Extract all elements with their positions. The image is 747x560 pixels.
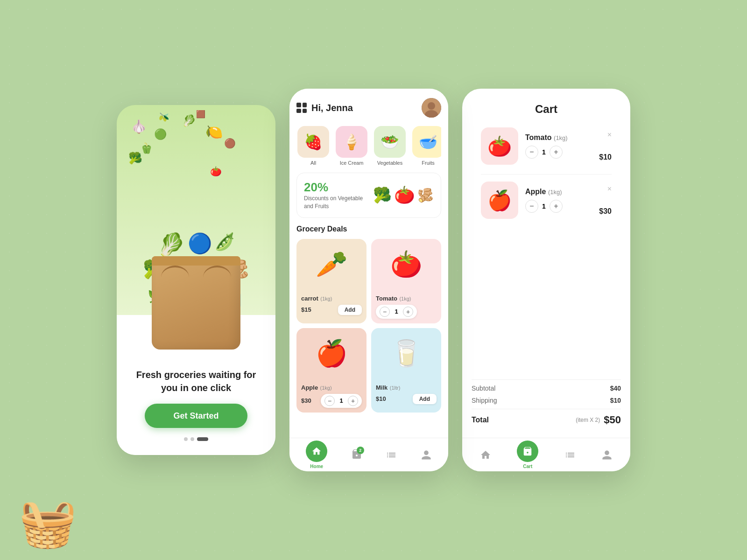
cart-apple-info: Apple (1kg) − 1 + — [525, 188, 592, 213]
cart-tomato-price: $10 — [599, 153, 612, 161]
header-left: Hi, Jenna — [296, 103, 353, 113]
milk-emoji: 🥛 — [390, 338, 423, 369]
profile-nav-icon — [421, 449, 432, 461]
cart-nav-home[interactable] — [480, 449, 491, 461]
total-right: (item X 2) $50 — [576, 414, 621, 426]
cart-item-apple: 🍎 Apple (1kg) − 1 + × $30 — [481, 182, 612, 219]
cart-apple-close[interactable]: × — [607, 185, 612, 193]
dot-1 — [184, 437, 188, 441]
total-value: $50 — [604, 414, 621, 426]
cart-apple-weight: (1kg) — [548, 189, 562, 196]
promo-text: 20% Discounts on Vegetable and Fruits — [304, 180, 365, 210]
category-icecream[interactable]: 🍦 Ice Cream — [335, 126, 368, 166]
screen-welcome: 🧄 🟢 🥬 🍋 🟤 🫒 🫑 🥦 🍅 🟫 🥬 🔵 — [117, 105, 275, 455]
promo-veg-3: 🫚 — [417, 188, 434, 203]
cart-nav-label: Cart — [523, 464, 532, 469]
carrot-name: carrot (1kg) — [301, 294, 362, 302]
promo-percent: 20% — [304, 180, 365, 195]
nav-home[interactable]: Home — [306, 441, 327, 469]
total-label: Total — [472, 416, 489, 424]
apple-image: 🍎 — [296, 328, 366, 379]
screen-cart: Cart 🍅 Tomato (1kg) − 1 + — [462, 89, 630, 471]
grid-cell-4 — [303, 109, 307, 113]
pagination-dots — [184, 437, 208, 441]
cart-apple-price: $30 — [599, 207, 612, 216]
milk-add-button[interactable]: Add — [413, 394, 437, 404]
carrot-add-button[interactable]: Add — [338, 305, 362, 315]
promo-banner[interactable]: 20% Discounts on Vegetable and Fruits 🥦 … — [296, 173, 441, 218]
cart-apple-emoji: 🍎 — [487, 189, 512, 212]
category-icecream-label: Ice Cream — [340, 160, 364, 166]
cart-nav-cart[interactable]: Cart — [517, 441, 538, 469]
tomato-decrease-button[interactable]: − — [380, 307, 390, 317]
home-nav-icon — [306, 441, 327, 462]
apple-qty: 1 — [338, 397, 344, 404]
tomato-qty: 1 — [394, 308, 399, 315]
dot-active — [197, 437, 208, 441]
tomato-emoji: 🍅 — [390, 249, 423, 280]
nav-list[interactable] — [386, 449, 397, 461]
category-all[interactable]: 🍓 All — [296, 126, 330, 166]
cart-tomato-name: Tomato — [525, 133, 552, 141]
tomato-image: 🍅 — [371, 239, 441, 290]
cart-tomato-decrease[interactable]: − — [525, 146, 538, 159]
bottom-nav-cart: Cart — [462, 438, 630, 471]
apple-bottom: $30 − 1 + — [301, 394, 362, 408]
category-vegetables-emoji: 🥗 — [381, 133, 399, 151]
cart-nav-profile[interactable] — [601, 449, 613, 461]
tomato-increase-button[interactable]: + — [403, 307, 413, 317]
cart-apple-increase[interactable]: + — [550, 200, 563, 213]
category-icecream-emoji: 🍦 — [342, 133, 361, 151]
categories-row: 🍓 All 🍦 Ice Cream 🥗 Vegetables — [296, 126, 441, 166]
cart-tomato-emoji: 🍅 — [487, 135, 512, 158]
welcome-illustration: 🧄 🟢 🥬 🍋 🟤 🫒 🫑 🥦 🍅 🟫 🥬 🔵 — [117, 105, 275, 354]
cart-content: Cart 🍅 Tomato (1kg) − 1 + — [462, 89, 630, 377]
home-header: Hi, Jenna — [296, 98, 441, 118]
category-all-label: All — [310, 160, 316, 166]
cart-badge: 2 — [357, 447, 364, 454]
cart-tomato-increase[interactable]: + — [550, 146, 563, 159]
product-card-carrot: 🥕 carrot (1kg) $15 Add — [296, 239, 366, 323]
cart-title: Cart — [472, 103, 621, 116]
apple-decrease-button[interactable]: − — [324, 396, 335, 406]
cart-profile-icon — [601, 449, 613, 461]
cart-apple-right: × $30 — [599, 185, 612, 216]
summary-subtotal-row: Subtotal $40 — [472, 385, 621, 392]
welcome-title: Fresh groceries waiting for you in one c… — [131, 368, 261, 394]
items-note: (item X 2) — [576, 417, 600, 423]
list-nav-icon — [386, 449, 397, 461]
category-fruits[interactable]: 🥣 Fruits — [411, 126, 441, 166]
cart-apple-decrease[interactable]: − — [525, 200, 538, 213]
cart-tomato-weight: (1kg) — [554, 134, 568, 141]
menu-icon[interactable] — [296, 103, 307, 113]
grocery-deals-title: Grocery Deals — [296, 225, 441, 233]
dot-2 — [190, 437, 194, 441]
product-card-milk: 🥛 Milk (1ltr) $10 Add — [371, 328, 441, 413]
promo-veg-2: 🍅 — [394, 185, 415, 205]
avatar-svg — [422, 98, 441, 118]
nav-profile[interactable] — [421, 449, 432, 461]
cart-spacer — [472, 228, 621, 298]
home-icon-svg — [311, 446, 322, 456]
apple-info: Apple (1kg) $30 − 1 + — [296, 379, 366, 413]
cart-screen-home-icon — [480, 449, 491, 461]
nav-cart[interactable]: 2 — [351, 448, 362, 462]
home-content: Hi, Jenna 🍓 All — [289, 89, 448, 438]
carrot-info: carrot (1kg) $15 Add — [296, 290, 366, 320]
user-avatar[interactable] — [422, 98, 441, 118]
shipping-value: $10 — [610, 397, 621, 404]
summary-shipping-row: Shipping $10 — [472, 397, 621, 404]
cart-nav-list[interactable] — [564, 449, 576, 461]
cart-divider-1 — [481, 174, 612, 175]
category-vegetables[interactable]: 🥗 Vegetables — [373, 126, 407, 166]
carrot-bottom: $15 Add — [301, 305, 362, 315]
apple-increase-button[interactable]: + — [348, 396, 358, 406]
category-vegetables-icon: 🥗 — [374, 126, 406, 158]
cart-tomato-close[interactable]: × — [607, 131, 612, 139]
milk-name: Milk (1ltr) — [376, 383, 437, 392]
get-started-button[interactable]: Get Started — [145, 404, 247, 428]
apple-name: Apple (1kg) — [301, 383, 362, 392]
category-icecream-icon: 🍦 — [336, 126, 367, 158]
screen-home: Hi, Jenna 🍓 All — [289, 89, 448, 471]
tomato-qty-control: − 1 + — [376, 305, 417, 319]
